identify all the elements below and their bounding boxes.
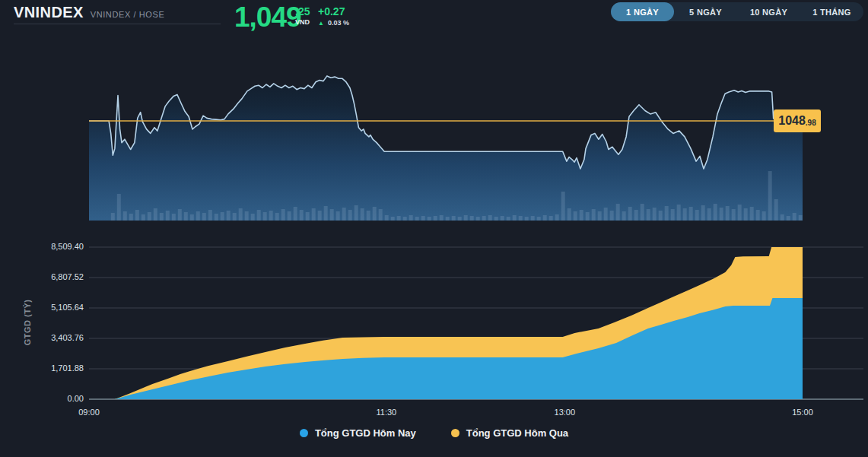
volume-bar xyxy=(586,212,590,221)
volume-bar xyxy=(738,205,742,221)
volume-bar xyxy=(263,212,267,221)
volume-bar xyxy=(531,216,535,221)
volume-bar xyxy=(628,207,632,221)
volume-bar xyxy=(111,213,115,221)
volume-bar xyxy=(665,206,669,221)
volume-bar xyxy=(385,215,389,221)
volume-bar xyxy=(160,213,164,221)
volume-bar xyxy=(647,209,650,221)
x-tick-label: 13:00 xyxy=(542,408,587,417)
volume-bar xyxy=(555,214,559,221)
volume-bar xyxy=(208,210,212,221)
volume-bar xyxy=(403,217,407,221)
volume-bar xyxy=(190,214,194,221)
volume-bar xyxy=(756,210,760,221)
volume-bar xyxy=(689,207,693,221)
volume-bar xyxy=(348,210,352,221)
legend-dot-icon xyxy=(451,429,459,437)
volume-bar xyxy=(714,204,717,221)
volume-bar xyxy=(549,216,553,221)
volume-bar xyxy=(318,211,322,221)
volume-bar xyxy=(519,216,523,221)
volume-bar xyxy=(233,213,237,221)
volume-bar xyxy=(324,206,328,221)
volume-bar xyxy=(123,211,127,221)
volume-bar xyxy=(458,217,462,221)
volume-bar xyxy=(312,208,316,221)
volume-bar xyxy=(683,208,687,221)
price-area-fill xyxy=(89,76,803,221)
volume-bar xyxy=(622,211,626,221)
volume-bar xyxy=(659,211,663,221)
volume-bar xyxy=(129,214,133,221)
volume-bar xyxy=(421,216,425,221)
volume-bar xyxy=(355,205,358,221)
volume-bar xyxy=(117,194,121,221)
volume-bar xyxy=(641,204,644,221)
x-tick-label: 15:00 xyxy=(780,408,825,417)
volume-bar xyxy=(695,210,699,221)
volume-bar xyxy=(604,208,608,221)
volume-bar xyxy=(446,217,450,221)
y-tick-label: 0.00 xyxy=(21,394,84,403)
volume-bar xyxy=(543,215,547,221)
volume-bar xyxy=(768,171,772,221)
volume-bar xyxy=(470,216,474,221)
volume-bar xyxy=(141,214,145,221)
volume-bar xyxy=(494,217,498,221)
volume-bar xyxy=(434,216,437,221)
price-chart[interactable] xyxy=(89,76,803,221)
x-tick-label: 09:00 xyxy=(66,408,112,417)
volume-bar xyxy=(415,217,419,221)
volume-bar xyxy=(300,210,304,221)
volume-bar xyxy=(476,217,480,221)
volume-bar xyxy=(239,208,243,221)
volume-bar xyxy=(707,208,711,221)
volume-bar xyxy=(598,211,602,221)
legend-label: Tổng GTGD Hôm Qua xyxy=(466,427,568,439)
volume-bar xyxy=(634,210,638,221)
volume-bar xyxy=(488,215,492,221)
volume-bar xyxy=(610,211,614,221)
y-tick-label: 1,701.88 xyxy=(21,363,84,373)
volume-bar xyxy=(172,214,176,221)
volume-bar xyxy=(294,207,297,221)
volume-bar xyxy=(525,217,529,221)
volume-bar xyxy=(245,211,249,221)
volume-bar xyxy=(397,216,401,221)
volume-bar xyxy=(482,216,486,221)
volume-bar xyxy=(391,217,395,221)
volume-bar xyxy=(336,211,340,221)
volume-bar xyxy=(227,211,231,221)
reference-price-label: 1048 .98 xyxy=(774,109,821,132)
legend-item[interactable]: Tổng GTGD Hôm Qua xyxy=(451,427,568,439)
volume-bar xyxy=(275,213,279,221)
y-tick-label: 8,509.40 xyxy=(21,242,84,251)
volume-bar xyxy=(732,209,736,221)
y-tick-label: 5,105.64 xyxy=(21,303,84,312)
volume-bar xyxy=(281,209,285,221)
volume-bar xyxy=(409,215,413,221)
volume-bar xyxy=(787,216,790,221)
volume-bar xyxy=(202,213,206,221)
volume-bar xyxy=(580,210,583,221)
legend: Tổng GTGD Hôm NayTổng GTGD Hôm Qua xyxy=(0,427,868,439)
volume-bar xyxy=(720,208,723,221)
volume-bar xyxy=(251,214,255,221)
volume-bar xyxy=(428,217,431,221)
legend-item[interactable]: Tổng GTGD Hôm Nay xyxy=(300,427,416,439)
x-tick-label: 11:30 xyxy=(364,408,409,417)
volume-bar xyxy=(288,211,291,221)
volume-bar xyxy=(373,207,377,221)
y-tick-label: 3,403.76 xyxy=(21,333,84,342)
volume-bar xyxy=(148,212,151,221)
volume-bar xyxy=(215,214,218,221)
volume-bar xyxy=(464,215,468,221)
volume-bar xyxy=(440,215,444,221)
volume-bar xyxy=(221,212,224,221)
gtgd-chart[interactable] xyxy=(89,247,863,399)
volume-bar xyxy=(342,208,346,221)
volume-bar xyxy=(616,204,620,221)
charts-canvas[interactable] xyxy=(0,0,868,457)
volume-bar xyxy=(592,209,596,221)
